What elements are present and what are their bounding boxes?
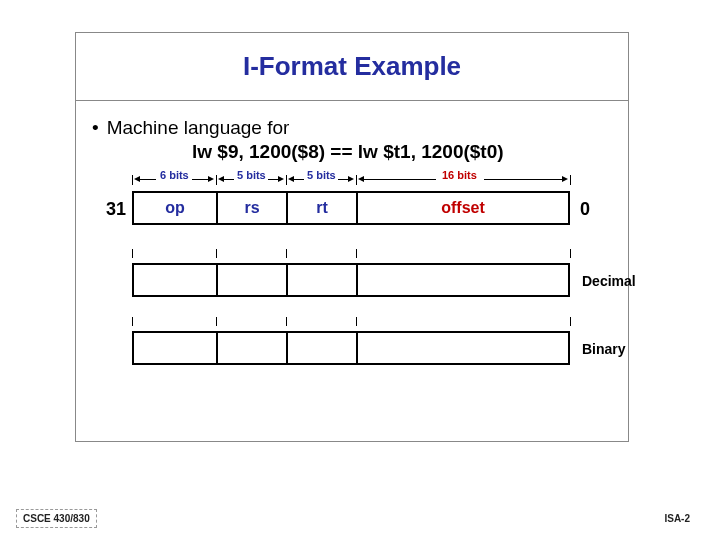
page-title: I-Format Example: [243, 51, 461, 82]
bit-width-spec: 6 bits 5 bits 5 bits 16 bits: [132, 173, 572, 187]
binary-label: Binary: [582, 341, 626, 357]
binary-op: [132, 331, 218, 365]
field-op: op: [132, 191, 218, 225]
instruction-line: lw $9, 1200($8) == lw $t1, 1200($t0): [192, 141, 504, 163]
bits-label-offset: 16 bits: [442, 169, 477, 181]
footer-course-code: CSCE 430/830: [16, 509, 97, 528]
binary-offset: [356, 331, 570, 365]
bits-label-rs: 5 bits: [237, 169, 266, 181]
bit-lo-label: 0: [580, 199, 590, 220]
binary-rt: [286, 331, 358, 365]
bullet-dot-icon: •: [92, 117, 99, 139]
field-offset: offset: [356, 191, 570, 225]
bullet-line: • Machine language for: [92, 117, 289, 139]
tick-marks-1: [132, 249, 572, 261]
decimal-offset: [356, 263, 570, 297]
footer-slide-id: ISA-2: [664, 513, 690, 524]
decimal-label: Decimal: [582, 273, 636, 289]
binary-rs: [216, 331, 288, 365]
field-rt: rt: [286, 191, 358, 225]
decimal-rs: [216, 263, 288, 297]
tick-marks-2: [132, 317, 572, 329]
bits-label-op: 6 bits: [160, 169, 189, 181]
title-box: I-Format Example: [76, 33, 628, 101]
decimal-op: [132, 263, 218, 297]
decimal-rt: [286, 263, 358, 297]
bits-label-rt: 5 bits: [307, 169, 336, 181]
slide-frame: I-Format Example • Machine language for …: [75, 32, 629, 442]
field-rs: rs: [216, 191, 288, 225]
bullet-text: Machine language for: [107, 117, 290, 139]
bit-hi-label: 31: [102, 199, 130, 220]
